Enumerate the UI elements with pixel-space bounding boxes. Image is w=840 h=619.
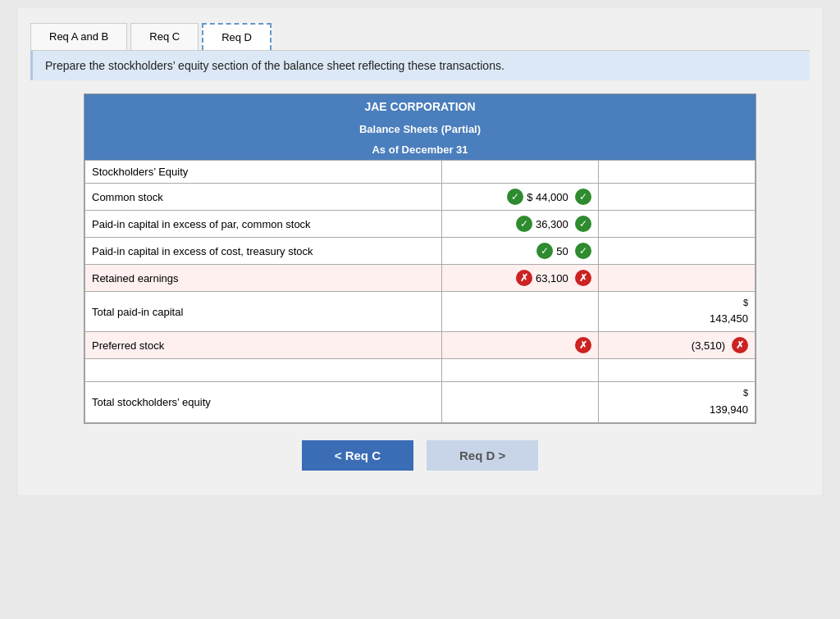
table-row: Stockholders’ Equity <box>85 161 756 184</box>
row-label: Total stockholders’ equity <box>85 382 442 422</box>
check-icon-left: ✓ <box>507 189 523 205</box>
row-label: Preferred stock <box>85 332 442 359</box>
row-mid <box>441 382 598 422</box>
table-subtitle: Balance Sheets (Partial) <box>84 119 756 139</box>
table-row: Paid-in capital in excess of par, common… <box>85 211 756 238</box>
row-right: $143,450 <box>598 292 755 332</box>
row-label: Retained earnings <box>85 265 442 292</box>
check-icon-left: ✓ <box>536 243 553 259</box>
table-company-name: JAE CORPORATION <box>84 94 756 119</box>
table-row: Paid-in capital in excess of cost, treas… <box>85 238 756 265</box>
bottom-navigation: < Req C Req D > <box>30 440 810 471</box>
row-label: Stockholders’ Equity <box>85 161 442 184</box>
instruction-text: Prepare the stockholders’ equity section… <box>30 51 810 80</box>
row-right <box>598 359 755 382</box>
row-mid: ✗ 63,100 ✗ <box>441 265 598 292</box>
tab-req-d[interactable]: Req D <box>202 23 272 50</box>
row-right: (3,510) ✗ <box>598 332 755 359</box>
row-mid <box>441 292 598 332</box>
dollar-sign: $ <box>743 298 748 307</box>
row-mid <box>441 161 598 184</box>
table-row: Total paid-in capital $143,450 <box>85 292 756 332</box>
row-right <box>598 184 755 211</box>
cross-icon: ✗ <box>575 337 591 353</box>
table-row <box>85 359 756 382</box>
main-container: Req A and B Req C Req D Prepare the stoc… <box>18 8 822 495</box>
cell-value: 36,300 <box>536 218 568 230</box>
tab-req-c[interactable]: Req C <box>130 23 199 50</box>
row-right <box>598 161 755 184</box>
tab-req-ab[interactable]: Req A and B <box>30 23 127 50</box>
row-label: Common stock <box>85 184 442 211</box>
cross-icon-right: ✗ <box>575 270 591 286</box>
row-mid: ✓ $ 44,000 ✓ <box>441 184 598 211</box>
check-icon-left: ✓ <box>516 216 532 232</box>
row-label: Paid-in capital in excess of par, common… <box>85 211 442 238</box>
tab-bar: Req A and B Req C Req D <box>30 16 810 51</box>
cell-value: $ 44,000 <box>527 191 568 203</box>
row-label <box>85 359 442 382</box>
prev-button[interactable]: < Req C <box>302 440 413 471</box>
row-right <box>598 265 755 292</box>
dollar-sign: $ <box>743 388 748 398</box>
table-row: Common stock ✓ $ 44,000 ✓ <box>85 184 756 211</box>
cell-value: (3,510) <box>692 339 725 352</box>
row-mid: ✓ 36,300 ✓ <box>441 211 598 238</box>
table-row: Total stockholders’ equity $139,940 <box>85 382 756 422</box>
row-label: Total paid-in capital <box>85 292 442 332</box>
cell-value: 63,100 <box>536 272 568 284</box>
check-icon-right: ✓ <box>575 243 591 259</box>
table-date: As of December 31 <box>84 139 756 160</box>
cross-icon-left: ✗ <box>516 270 532 286</box>
row-mid: ✗ <box>441 332 598 359</box>
cell-value: 50 <box>556 245 568 257</box>
cross-icon-right: ✗ <box>732 337 748 353</box>
data-table: Stockholders’ Equity Common stock ✓ $ 44… <box>84 160 756 423</box>
balance-sheet-table: JAE CORPORATION Balance Sheets (Partial)… <box>84 93 756 424</box>
next-button[interactable]: Req D > <box>427 440 538 471</box>
check-icon-right: ✓ <box>575 216 591 232</box>
row-mid <box>441 359 598 382</box>
check-icon-right: ✓ <box>575 189 591 205</box>
row-right <box>598 238 755 265</box>
table-row: Retained earnings ✗ 63,100 ✗ <box>85 265 756 292</box>
row-mid: ✓ 50 ✓ <box>441 238 598 265</box>
row-label: Paid-in capital in excess of cost, treas… <box>85 238 442 265</box>
table-row: Preferred stock ✗ (3,510) ✗ <box>85 332 756 359</box>
row-right: $139,940 <box>598 382 755 422</box>
row-right <box>598 211 755 238</box>
